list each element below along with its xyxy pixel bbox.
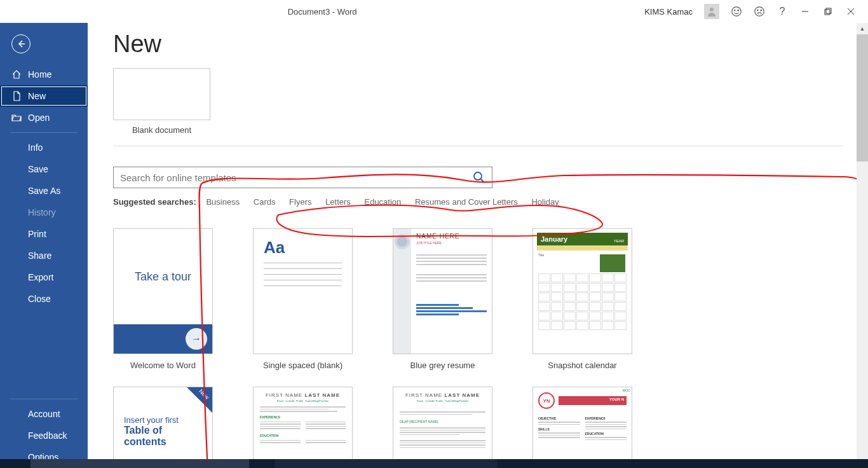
close-button[interactable] (845, 6, 857, 17)
smile-icon[interactable] (731, 6, 742, 17)
svg-point-0 (710, 8, 714, 11)
svg-line-14 (481, 179, 484, 182)
svg-point-1 (732, 7, 741, 16)
separator (113, 146, 843, 146)
thumb: JanuaryYEAR Title (532, 228, 632, 354)
sidebar-item-share[interactable]: Share (0, 245, 88, 266)
suggest-resumes[interactable]: Resumes and Cover Letters (415, 197, 518, 207)
suggest-education[interactable]: Education (364, 197, 401, 207)
blank-label: Blank document (113, 125, 210, 135)
titlebar: Document3 - Word KIMS Kamac ? (0, 0, 868, 23)
scroll-up-button[interactable]: ▲ (857, 23, 868, 34)
template-resume-green-2[interactable]: FIRST NAME LAST NAME Email · LinkedIn Pr… (393, 387, 492, 468)
suggest-cards[interactable]: Cards (254, 197, 276, 207)
sidebar-item-export[interactable]: Export (0, 266, 88, 288)
sidebar-item-feedback[interactable]: Feedback (0, 425, 88, 446)
thumb: NAME HERE JOB TITLE HERE (393, 228, 492, 354)
search-button[interactable] (466, 167, 492, 188)
search-icon (473, 171, 485, 184)
svg-point-2 (735, 10, 735, 10)
sidebar-item-close[interactable]: Close (0, 288, 88, 310)
template-grid-2: New Insert your first Table of contents … (113, 387, 843, 468)
svg-point-4 (755, 7, 764, 16)
thumb: Take a tour → (113, 228, 213, 354)
template-welcome[interactable]: Take a tour → Welcome to Word (113, 228, 213, 370)
template-caption: Blue grey resume (393, 361, 492, 370)
template-blank-document[interactable]: Blank document (113, 68, 210, 135)
template-caption: Welcome to Word (113, 361, 213, 370)
taskbar (0, 459, 868, 468)
sidebar-item-account[interactable]: Account (0, 403, 88, 425)
sidebar-item-save[interactable]: Save (0, 158, 88, 180)
template-caption: Snapshot calendar (532, 361, 632, 370)
sidebar-item-saveas[interactable]: Save As (0, 180, 88, 202)
open-icon (11, 113, 22, 123)
backstage-sidebar: Home New Open Info Save Save As History … (0, 23, 88, 468)
suggest-letters[interactable]: Letters (325, 197, 351, 207)
thumb: FIRST NAME LAST NAME Email · LinkedIn Pr… (253, 387, 353, 468)
maximize-button[interactable] (822, 6, 834, 17)
new-icon (11, 91, 22, 101)
template-snapshot-calendar[interactable]: JanuaryYEAR Title (532, 228, 632, 370)
thumb: New Insert your first Table of contents (113, 387, 213, 468)
thumb: Aa (253, 228, 353, 354)
user-name: KIMS Kamac (644, 7, 693, 17)
template-moo-resume[interactable]: MOO YN YOUR N OBJECTIVE SKILLS EXPERIENC (532, 387, 632, 468)
home-icon (11, 69, 22, 79)
search-input[interactable] (114, 167, 466, 188)
suggest-flyers[interactable]: Flyers (289, 197, 311, 207)
sidebar-label: Home (28, 69, 51, 79)
template-single-spaced[interactable]: Aa Single spaced (blank) (253, 228, 353, 370)
sidebar-item-history: History (0, 202, 88, 223)
suggest-business[interactable]: Business (206, 197, 240, 207)
sidebar-label: New (28, 91, 46, 101)
svg-rect-9 (826, 8, 831, 13)
thumb: FIRST NAME LAST NAME Email · LinkedIn Pr… (393, 387, 492, 468)
content-area: New Blank document Suggested searches: B… (88, 23, 868, 468)
template-grid: Take a tour → Welcome to Word Aa Single … (113, 228, 843, 370)
search-box (113, 167, 492, 188)
template-caption: Single spaced (blank) (253, 361, 353, 370)
frown-icon[interactable] (754, 6, 765, 17)
minimize-button[interactable] (799, 6, 811, 17)
svg-point-5 (757, 10, 758, 10)
help-icon[interactable]: ? (776, 6, 788, 17)
suggest-label: Suggested searches: (113, 197, 196, 207)
user-avatar[interactable] (704, 4, 719, 19)
svg-point-6 (761, 10, 761, 10)
sidebar-item-info[interactable]: Info (0, 137, 88, 158)
svg-point-3 (738, 10, 738, 10)
arrow-icon: → (186, 328, 207, 350)
svg-point-13 (474, 172, 482, 180)
page-title: New (113, 31, 843, 58)
sidebar-label: Open (28, 113, 50, 123)
back-button[interactable] (11, 34, 31, 53)
sidebar-item-print[interactable]: Print (0, 223, 88, 245)
svg-rect-8 (825, 10, 830, 15)
vertical-scrollbar[interactable]: ▲ ▼ (857, 23, 868, 468)
suggested-searches: Suggested searches: Business Cards Flyer… (113, 197, 843, 207)
template-resume-green[interactable]: FIRST NAME LAST NAME Email · LinkedIn Pr… (253, 387, 353, 468)
thumb: MOO YN YOUR N OBJECTIVE SKILLS EXPERIENC (532, 387, 632, 468)
blank-thumb (113, 68, 210, 120)
scroll-thumb[interactable] (857, 34, 868, 162)
sidebar-item-new[interactable]: New (0, 85, 88, 107)
sidebar-item-open[interactable]: Open (0, 107, 88, 128)
template-toc[interactable]: New Insert your first Table of contents (113, 387, 213, 468)
suggest-holiday[interactable]: Holiday (531, 197, 559, 207)
sidebar-item-home[interactable]: Home (0, 64, 88, 85)
window-title: Document3 - Word (0, 7, 644, 17)
template-blue-grey-resume[interactable]: NAME HERE JOB TITLE HERE Blue grey resum… (393, 228, 492, 370)
